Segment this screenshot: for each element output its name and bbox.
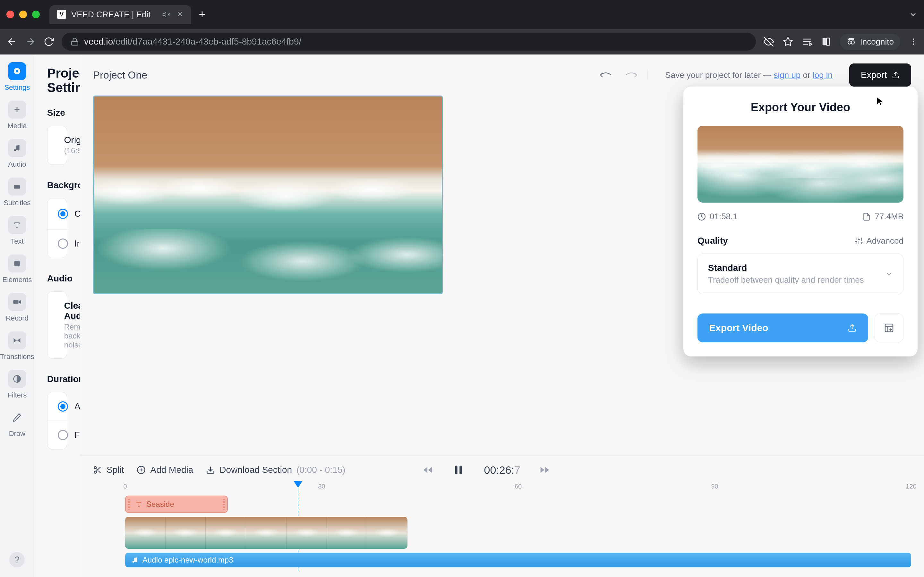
redo-button[interactable]: [625, 70, 638, 80]
elements-icon: [8, 255, 26, 272]
duration-fixed-option[interactable]: Fixed 01:58.1: [47, 421, 68, 449]
duration-auto-option[interactable]: Automatic: [47, 392, 68, 421]
mute-tab-icon[interactable]: [162, 11, 170, 18]
sidebar-item-elements[interactable]: Elements: [3, 255, 32, 284]
sidebar-item-media[interactable]: Media: [7, 101, 27, 130]
tab-title: VEED CREATE | Edit: [71, 10, 151, 19]
svg-rect-48: [455, 466, 457, 474]
new-tab-button[interactable]: +: [199, 8, 206, 21]
advanced-settings-button[interactable]: Advanced: [855, 236, 903, 246]
project-name[interactable]: Project One: [93, 69, 147, 81]
svg-line-41: [96, 468, 97, 470]
sidebar-item-filters[interactable]: Filters: [7, 370, 27, 400]
export-modal: Export Your Video 01:58.1 77.4MB Quality…: [683, 87, 918, 356]
split-button[interactable]: Split: [93, 465, 124, 475]
file-icon: [863, 213, 871, 221]
draw-icon: [8, 408, 26, 426]
eye-off-icon[interactable]: [764, 37, 774, 47]
undo-button[interactable]: [599, 70, 612, 80]
layout-plus-icon: [884, 323, 894, 333]
add-media-button[interactable]: Add Media: [137, 465, 193, 475]
tab-favicon: V: [57, 10, 66, 19]
svg-point-18: [913, 41, 914, 42]
video-track-clip[interactable]: [125, 517, 407, 549]
modal-title: Export Your Video: [698, 101, 903, 114]
svg-rect-13: [822, 38, 826, 45]
export-button[interactable]: Export: [849, 63, 911, 87]
export-video-button[interactable]: Export Video: [698, 314, 868, 342]
sign-up-link[interactable]: sign up: [774, 70, 800, 80]
svg-rect-26: [14, 185, 21, 189]
chevron-down-icon: [885, 270, 893, 278]
export-filesize: 77.4MB: [863, 211, 903, 221]
background-image-option[interactable]: Image Upload: [47, 229, 68, 258]
browser-tab[interactable]: V VEED CREATE | Edit: [49, 5, 191, 24]
svg-marker-47: [428, 467, 432, 473]
background-color-option[interactable]: Color #000000: [47, 198, 68, 229]
svg-point-16: [851, 41, 855, 44]
subtitles-icon: [8, 177, 26, 195]
help-button[interactable]: ?: [9, 552, 25, 567]
svg-marker-30: [14, 338, 17, 343]
sidebar-item-subtitles[interactable]: Subtitles: [3, 177, 31, 207]
download-icon: [206, 466, 215, 474]
svg-point-19: [913, 43, 914, 45]
svg-rect-14: [827, 38, 830, 45]
app-root: Settings Media Audio Subtitles Text Elem…: [0, 55, 924, 577]
minimize-window[interactable]: [19, 11, 27, 18]
forward-button[interactable]: [25, 36, 36, 47]
size-dropdown[interactable]: Original (16:9): [47, 126, 68, 164]
fast-forward-button[interactable]: [540, 465, 550, 475]
close-window[interactable]: [6, 11, 14, 18]
playhead[interactable]: [294, 481, 302, 488]
address-bar: veed.io/edit/d7aa4431-240a-43eb-adf5-8b9…: [0, 29, 924, 55]
upload-icon: [848, 324, 857, 332]
url-path: /edit/d7aa4431-240a-43eb-adf5-8b91ac6e4f…: [113, 37, 301, 47]
incognito-badge[interactable]: Incognito: [840, 34, 900, 50]
kebab-menu-icon[interactable]: [909, 37, 918, 46]
svg-marker-29: [19, 300, 21, 304]
log-in-link[interactable]: log in: [813, 70, 833, 80]
svg-marker-31: [18, 338, 21, 343]
audio-icon: [8, 139, 26, 157]
svg-point-25: [17, 148, 19, 151]
record-icon: [8, 293, 26, 311]
export-template-button[interactable]: [875, 314, 903, 342]
sidebar-item-text[interactable]: Text: [8, 216, 26, 245]
quality-label: Quality: [698, 235, 728, 246]
tab-overflow-icon[interactable]: [909, 10, 918, 19]
sidebar-item-audio[interactable]: Audio: [8, 139, 26, 169]
timeline-ruler[interactable]: 0 30 60 90 120: [125, 483, 911, 492]
browser-tab-strip: V VEED CREATE | Edit +: [0, 0, 924, 29]
pause-button[interactable]: [452, 464, 465, 476]
url-input[interactable]: veed.io/edit/d7aa4431-240a-43eb-adf5-8b9…: [61, 33, 756, 51]
text-clip-icon: [136, 501, 142, 508]
text-track-clip[interactable]: Seaside: [125, 496, 228, 513]
timeline: Split Add Media Download Section (0:00 -…: [80, 456, 924, 577]
svg-point-37: [94, 467, 97, 469]
sidebar-item-record[interactable]: Record: [6, 293, 29, 322]
quality-selector[interactable]: Standard Tradeoff between quality and re…: [698, 253, 903, 294]
settings-panel: Project Settings Size Original (16:9) Ba…: [34, 55, 80, 577]
reload-button[interactable]: [44, 37, 54, 47]
extensions-icon[interactable]: [821, 37, 831, 47]
svg-point-38: [94, 471, 97, 474]
playlist-icon[interactable]: [802, 37, 813, 47]
sidebar-item-draw[interactable]: Draw: [8, 408, 26, 438]
maximize-window[interactable]: [32, 11, 40, 18]
sliders-icon: [855, 237, 863, 245]
export-duration: 01:58.1: [698, 211, 738, 221]
back-button[interactable]: [6, 36, 17, 47]
audio-track-clip[interactable]: Audio epic-new-world.mp3: [125, 553, 911, 567]
sidebar-item-transitions[interactable]: Transitions: [0, 332, 34, 361]
sidebar-item-settings[interactable]: Settings: [5, 62, 30, 92]
svg-point-24: [14, 149, 16, 151]
download-section-button[interactable]: Download Section (0:00 - 0:15): [206, 465, 345, 475]
rewind-button[interactable]: [423, 465, 433, 475]
svg-point-52: [132, 561, 134, 563]
video-preview[interactable]: [93, 95, 443, 294]
lock-icon: [71, 37, 79, 46]
clean-audio-button[interactable]: Clean Audio Remove background noise: [47, 292, 68, 358]
close-tab-icon[interactable]: [176, 11, 184, 18]
bookmark-icon[interactable]: [783, 37, 793, 47]
